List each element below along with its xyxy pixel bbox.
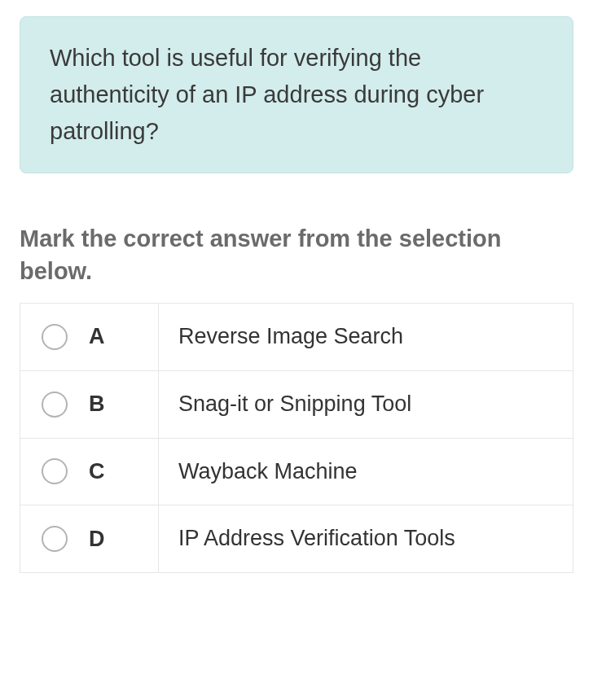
radio-icon[interactable] (42, 526, 68, 552)
instruction-text: Mark the correct answer from the selecti… (20, 222, 573, 288)
radio-letter-wrap: C (42, 458, 158, 484)
question-text: Which tool is useful for verifying the a… (50, 40, 543, 150)
radio-letter-wrap: A (42, 324, 158, 350)
option-selector-cell: A (20, 304, 159, 371)
option-text: IP Address Verification Tools (159, 505, 573, 573)
option-row-c[interactable]: C Wayback Machine (20, 438, 573, 505)
option-text: Wayback Machine (159, 438, 573, 505)
option-row-d[interactable]: D IP Address Verification Tools (20, 505, 573, 573)
option-letter: A (89, 324, 105, 349)
radio-icon[interactable] (42, 392, 68, 418)
option-text: Reverse Image Search (159, 304, 573, 371)
radio-letter-wrap: D (42, 526, 158, 552)
option-selector-cell: C (20, 438, 159, 505)
option-row-a[interactable]: A Reverse Image Search (20, 304, 573, 371)
radio-letter-wrap: B (42, 392, 158, 418)
question-box: Which tool is useful for verifying the a… (20, 16, 573, 173)
option-letter: C (89, 459, 105, 484)
option-letter: B (89, 392, 105, 417)
option-selector-cell: B (20, 370, 159, 438)
option-selector-cell: D (20, 505, 159, 573)
radio-icon[interactable] (42, 458, 68, 484)
options-table: A Reverse Image Search B Snag-it or Snip… (20, 303, 573, 573)
option-row-b[interactable]: B Snag-it or Snipping Tool (20, 370, 573, 438)
option-letter: D (89, 527, 105, 552)
radio-icon[interactable] (42, 324, 68, 350)
option-text: Snag-it or Snipping Tool (159, 370, 573, 438)
